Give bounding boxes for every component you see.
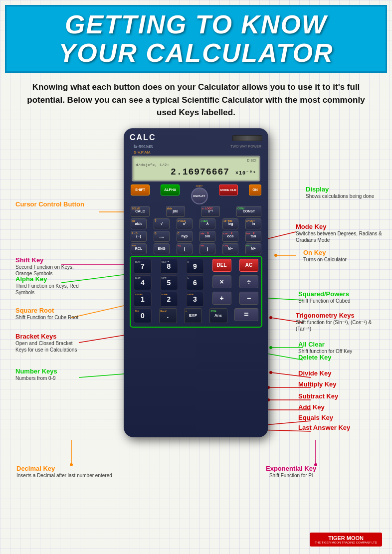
solar-panel <box>232 135 262 141</box>
calc-model: fx-991MS <box>134 144 153 149</box>
shift-key-label: Shift Key Second Function on Keys, Orang… <box>15 256 80 277</box>
multiply-key-label: Multiply Key <box>298 380 383 388</box>
on-key-label: On Key Turns on Calculator <box>303 249 383 263</box>
header-title: GETTING TO KNOW YOUR CALCULATOR <box>14 10 378 67</box>
m-minus-button[interactable]: Conj- M− <box>222 243 238 254</box>
num-8-button[interactable]: VCT↑ᵐ8 <box>160 259 178 274</box>
equals-key-label: Equals Key <box>298 414 383 422</box>
subtract-key-label: Subtract Key <box>298 392 383 400</box>
comma-button[interactable]: B ,,,, <box>154 231 170 242</box>
tan-button[interactable]: tan⁻¹ F tan <box>245 231 261 242</box>
log-button[interactable]: 10ˣ BIN log <box>222 218 238 229</box>
shift-button[interactable]: SHIFT <box>131 185 150 195</box>
equals-button[interactable]: = <box>234 308 258 321</box>
x-squared-button[interactable]: x³ DEC x² <box>177 218 193 229</box>
numpad-row-1: MAT↑7 VCT↑ᵐ8 k9 DEL AC <box>133 259 259 274</box>
square-root-label: Square Root Shift Function for Cube Root <box>15 307 80 321</box>
bracket-keys-label: Bracket Keys Open and Closed Bracket Key… <box>15 333 83 354</box>
caret-button[interactable]: √ HEX ∧ <box>199 218 215 229</box>
calculator-wrapper: Cursor Control Button Shift Key Second F… <box>6 123 386 462</box>
number-keys-label: Number Keys Numbers from 0-9 <box>15 368 83 382</box>
calc-brand: CALC <box>130 133 156 142</box>
numpad-row-3: S-SUM↑1 S-VAR↑2 DISTR3 + − <box>133 292 259 307</box>
exponential-key-label: Exponential Key Shift Function for Pi <box>266 465 316 479</box>
dc-button[interactable]: d/c ab/c <box>131 218 147 229</box>
num-3-button[interactable]: DISTR3 <box>186 292 204 307</box>
svg-point-27 <box>269 371 272 374</box>
num-5-button[interactable]: VCT↑ᵐ5 <box>160 275 178 290</box>
page: GETTING TO KNOW YOUR CALCULATOR Knowing … <box>0 0 392 554</box>
cos-button[interactable]: cos⁻¹ E cos <box>222 231 238 242</box>
cursor-control-label: Cursor Control Button <box>15 200 95 208</box>
mode-key-label: Mode Key Switches between Degrees, Radia… <box>296 223 383 244</box>
m-plus-button[interactable]: DT-CL M+ <box>245 243 261 254</box>
exp-line <box>296 437 392 467</box>
add-key-label: Add Key <box>298 403 383 411</box>
header-banner: GETTING TO KNOW YOUR CALCULATOR <box>5 5 387 73</box>
decimal-key-label: Decimal Key Inserts a Decimal after last… <box>16 465 112 479</box>
hyp-button[interactable]: C hyp <box>177 231 193 242</box>
button-row-4: F↔D (−) B ,,,, C hyp sin⁻¹ D sin <box>130 231 262 242</box>
two-way-power: TWO WAY POWER <box>230 145 261 148</box>
close-paren-button[interactable]: Abs ) <box>199 243 215 254</box>
on-button[interactable]: ON <box>249 185 261 195</box>
fraction-button[interactable]: F↔D (−) <box>131 231 147 242</box>
add-button[interactable]: + <box>212 292 231 305</box>
delete-key-label: Delete Key <box>298 354 383 362</box>
sin-button[interactable]: sin⁻¹ D sin <box>199 231 215 242</box>
num-9-button[interactable]: k9 <box>186 259 204 274</box>
ans-button[interactable]: DRG▶ Ans <box>209 308 227 323</box>
ln-button[interactable]: eˣ OCT ln <box>245 218 261 229</box>
button-row-1: SHIFT ALPHA COPY REPLAY MODE CLR ON <box>130 185 262 204</box>
exp-button[interactable]: π EXP <box>184 308 202 323</box>
replay-button[interactable]: REPLAY <box>191 187 208 204</box>
decimal-line <box>56 437 156 467</box>
numpad-row-4: Rnd0 Ran# . π EXP DRG▶ Ans <box>133 308 259 323</box>
alpha-key-label: Alpha Key Third Function on Keys, Red Sy… <box>15 275 80 296</box>
calc-svpam: S-V.P.AM. <box>134 150 262 155</box>
calculator-body: CALC fx-991MS TWO WAY POWER S-V.P.AM. D … <box>124 128 268 437</box>
last-answer-label: Last Answer Key <box>298 424 383 432</box>
display-label: Display Shows calculations being done <box>306 185 383 200</box>
all-clear-label: All Clear Shift function for Off Key <box>298 341 383 355</box>
alpha-button[interactable]: ALPHA <box>161 185 180 195</box>
squared-powers-label: Squared/Powers Shift Function of Cubed <box>298 290 383 305</box>
open-paren-button[interactable]: arg ( <box>177 243 193 254</box>
del-button[interactable]: DEL <box>212 259 231 272</box>
num-1-button[interactable]: S-SUM↑1 <box>134 292 152 307</box>
numpad-row-2: MAT↑4 VCT↑ᵐ5 k6 × ÷ <box>133 275 259 290</box>
button-row-2: SOLVE CALC d/dx ∫dx x¹ LOGIC x⁻¹ CONV CO… <box>130 206 262 217</box>
x-inverse-button[interactable]: x¹ LOGIC x⁻¹ <box>201 206 220 217</box>
eng-button[interactable]: — ENG <box>154 243 170 254</box>
calculator-display: D SCI d/dx(x^x, 1/2: 2.16976667 ×10⁻⁰¹ <box>132 156 260 182</box>
sqrt-button[interactable]: ∛ √ <box>154 218 170 229</box>
rcl-button[interactable]: STO RCL <box>131 243 147 254</box>
svg-point-17 <box>269 316 272 319</box>
divide-key-label: Divide Key <box>298 369 383 377</box>
num-7-button[interactable]: MAT↑7 <box>134 259 152 274</box>
ac-button[interactable]: AC <box>239 259 258 272</box>
tiger-moon-logo: TIGER MOON THE TIGER MOON TRADING COMPAN… <box>310 533 382 547</box>
button-row-3: d/c ab/c ∛ √ x³ DEC x² √ HEX ∧ <box>130 218 262 229</box>
solve-calc-button[interactable]: SOLVE CALC <box>131 206 150 217</box>
conv-button[interactable]: CONV CONST <box>236 206 261 217</box>
display-top-row: D SCI <box>136 159 256 162</box>
subtitle-text: Knowing what each button does on your Ca… <box>5 75 387 123</box>
num-4-button[interactable]: MAT↑4 <box>134 275 152 290</box>
svg-point-21 <box>269 346 272 349</box>
mode-button[interactable]: MODE CLR <box>219 185 238 195</box>
ddx-button[interactable]: d/dx ∫dx <box>166 206 185 217</box>
divide-button[interactable]: ÷ <box>239 275 258 288</box>
svg-point-7 <box>274 254 277 257</box>
display-main-value: 2.16976667 ×10⁻⁰¹ <box>136 167 256 177</box>
button-row-5: STO RCL — ENG arg ( Abs ) <box>130 243 262 254</box>
subtract-button[interactable]: − <box>239 292 258 305</box>
num-6-button[interactable]: k6 <box>186 275 204 290</box>
decimal-button[interactable]: Ran# . <box>159 308 177 323</box>
num-2-button[interactable]: S-VAR↑2 <box>160 292 178 307</box>
multiply-button[interactable]: × <box>212 275 231 288</box>
main-content: Cursor Control Button Shift Key Second F… <box>6 123 386 465</box>
trig-keys-label: Trigonometry Keys Shift function for (Si… <box>296 312 383 333</box>
num-0-button[interactable]: Rnd0 <box>134 308 152 323</box>
numpad-section: MAT↑7 VCT↑ᵐ8 k9 DEL AC MAT↑4 VCT↑ᵐ5 k6 ×… <box>130 256 262 328</box>
